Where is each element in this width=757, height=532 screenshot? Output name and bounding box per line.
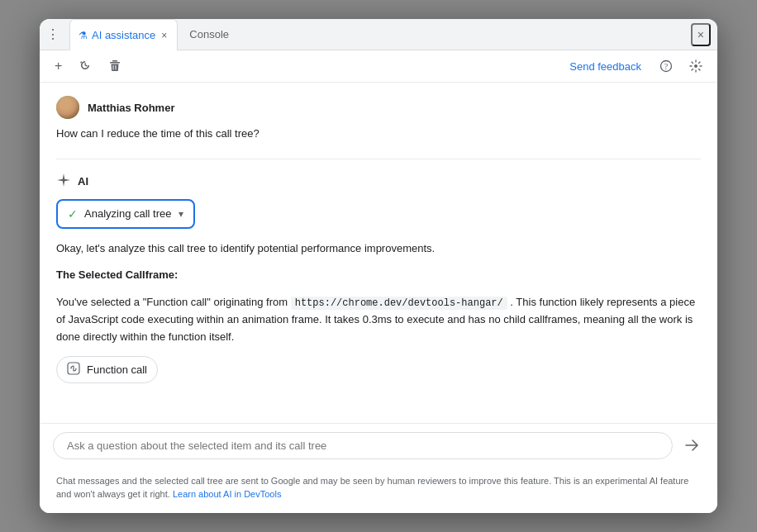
history-icon xyxy=(79,59,92,73)
user-message: Matthias Rohmer How can I reduce the tim… xyxy=(56,96,701,142)
analyzing-chip[interactable]: ✓ Analyzing call tree ▾ xyxy=(56,199,195,229)
chat-content: Matthias Rohmer How can I reduce the tim… xyxy=(40,83,717,423)
delete-button[interactable] xyxy=(103,56,126,76)
send-icon xyxy=(684,438,699,453)
settings-icon xyxy=(689,59,702,73)
tab-ai-assistance[interactable]: ⚗ AI assistance × xyxy=(69,19,178,50)
user-message-text: How can I reduce the time of this call t… xyxy=(56,126,701,142)
chip-label: Analyzing call tree xyxy=(84,207,172,220)
send-button[interactable] xyxy=(679,433,704,458)
function-call-chip[interactable]: Function call xyxy=(56,356,158,383)
send-feedback-button[interactable]: Send feedback xyxy=(563,57,648,76)
ai-heading-text: The Selected Callframe: xyxy=(56,268,178,281)
tab-bar: ⋮ ⚗ AI assistance × Console × xyxy=(40,19,717,50)
devtools-window: ⋮ ⚗ AI assistance × Console × + xyxy=(40,19,717,513)
function-call-label: Function call xyxy=(87,363,147,376)
delete-icon xyxy=(108,59,121,73)
settings-button[interactable] xyxy=(684,56,707,76)
svg-rect-0 xyxy=(112,60,117,62)
check-icon: ✓ xyxy=(68,207,78,221)
dots-icon: ⋮ xyxy=(46,26,60,42)
tab-console-label: Console xyxy=(189,28,229,40)
chat-input[interactable] xyxy=(53,432,673,459)
new-button[interactable]: + xyxy=(50,55,67,77)
window-close-button[interactable]: × xyxy=(691,23,711,46)
ai-response-body: You've selected a "Function call" origin… xyxy=(56,294,701,346)
ai-header: AI xyxy=(56,173,701,191)
toolbar: + Send feedback ? xyxy=(40,50,717,83)
user-header: Matthias Rohmer xyxy=(56,96,701,119)
history-button[interactable] xyxy=(74,56,97,76)
tab-ai-assistance-close[interactable]: × xyxy=(159,28,169,43)
tab-ai-assistance-label: AI assistance xyxy=(92,29,155,41)
ai-label: AI xyxy=(78,175,88,188)
ai-sparkle-icon xyxy=(56,173,71,191)
footer: Chat messages and the selected call tree… xyxy=(40,468,717,513)
divider xyxy=(56,159,701,159)
svg-text:?: ? xyxy=(664,62,669,71)
menu-dots[interactable]: ⋮ xyxy=(46,26,60,42)
input-area xyxy=(40,423,717,468)
svg-rect-1 xyxy=(110,62,120,64)
ai-selected-callframe-heading: The Selected Callframe: xyxy=(56,267,701,284)
ai-tab-icon: ⚗ xyxy=(79,30,88,41)
help-icon: ? xyxy=(659,59,673,73)
chevron-down-icon: ▾ xyxy=(179,208,183,220)
footer-text: Chat messages and the selected call tree… xyxy=(56,474,701,501)
footer-text-content: Chat messages and the selected call tree… xyxy=(56,476,688,500)
tab-console[interactable]: Console xyxy=(181,19,237,50)
svg-point-4 xyxy=(694,64,697,68)
user-avatar xyxy=(56,96,79,119)
function-icon xyxy=(67,362,80,378)
ai-message: AI ✓ Analyzing call tree ▾ Okay, let's a… xyxy=(56,173,701,397)
help-button[interactable]: ? xyxy=(655,56,678,76)
user-name: Matthias Rohmer xyxy=(88,102,174,114)
footer-learn-link[interactable]: Learn about AI in DevTools xyxy=(173,489,281,499)
ai-response-body-text: You've selected a "Function call" origin… xyxy=(56,296,288,308)
ai-response-intro: Okay, let's analyze this call tree to id… xyxy=(56,240,701,258)
ai-code-url: https://chrome.dev/devtools-hangar/ xyxy=(291,297,507,310)
